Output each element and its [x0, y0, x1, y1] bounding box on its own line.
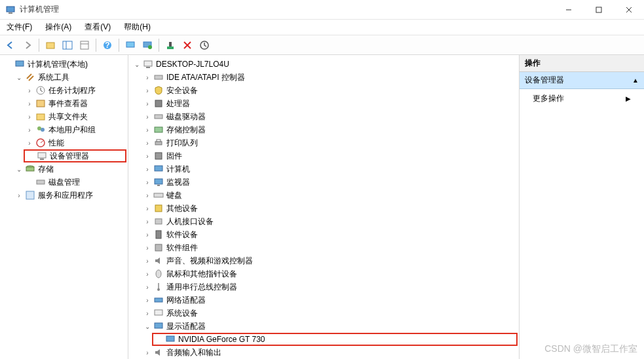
expander-icon[interactable]: › [143, 112, 152, 121]
expander-icon[interactable]: › [143, 191, 152, 200]
expander-icon[interactable]: › [143, 243, 152, 252]
expander-icon[interactable]: › [143, 256, 152, 265]
device-category[interactable]: ›固件 [142, 149, 518, 162]
menu-view[interactable]: 查看(V) [82, 20, 113, 34]
audio-icon [153, 347, 164, 358]
tree-services-apps[interactable]: ›服务和应用程序 [13, 189, 126, 202]
device-category[interactable]: ›监视器 [142, 176, 518, 189]
maximize-button[interactable] [584, 0, 614, 20]
tree-shared-folders[interactable]: ›共享文件夹 [24, 110, 126, 123]
device-category[interactable]: ›网络适配器 [142, 293, 518, 307]
device-display-adapters[interactable]: ⌄显示适配器 [142, 320, 518, 333]
tree-root[interactable]: 计算机管理(本地) [3, 58, 126, 71]
expander-icon[interactable]: › [143, 178, 152, 187]
expander-icon[interactable]: › [143, 309, 152, 318]
close-button[interactable] [614, 0, 644, 20]
category-icon [153, 203, 164, 214]
svg-rect-21 [16, 61, 24, 66]
svg-rect-49 [155, 219, 162, 224]
device-audio-io[interactable]: ›音频输入和输出 [142, 346, 518, 359]
device-category[interactable]: ›鼠标和其他指针设备 [142, 267, 518, 280]
device-category[interactable]: ›人机接口设备 [142, 215, 518, 228]
expander-icon[interactable]: › [143, 86, 152, 95]
tree-task-scheduler[interactable]: ›任务计划程序 [24, 84, 126, 97]
help-button[interactable]: ? [100, 37, 115, 53]
expander-icon[interactable]: › [14, 191, 24, 200]
device-category[interactable]: ›计算机 [142, 162, 518, 176]
properties-button[interactable] [77, 37, 92, 53]
expander-icon[interactable]: › [143, 217, 152, 226]
svg-rect-48 [155, 205, 162, 212]
expander-icon[interactable]: › [143, 269, 152, 278]
expander-icon[interactable]: › [25, 99, 34, 108]
menu-help[interactable]: 帮助(H) [121, 20, 153, 34]
device-category[interactable]: ›声音、视频和游戏控制器 [142, 254, 518, 267]
device-category[interactable]: ›通用串行总线控制器 [142, 280, 518, 293]
expander-icon[interactable]: › [143, 151, 152, 161]
device-category[interactable]: ›IDE ATA/ATAPI 控制器 [142, 71, 518, 84]
expander-icon[interactable]: › [143, 282, 152, 292]
actions-more[interactable]: 更多操作 ▶ [520, 89, 644, 108]
device-category[interactable]: ›系统设备 [142, 307, 518, 320]
expander-icon[interactable]: ⌄ [14, 164, 24, 174]
back-button[interactable] [3, 37, 18, 53]
uninstall-device-button[interactable] [162, 37, 178, 53]
scan-hardware-button[interactable] [123, 37, 138, 53]
update-driver-button[interactable] [140, 37, 155, 53]
expander-icon[interactable]: › [143, 230, 152, 239]
device-category[interactable]: ›键盘 [142, 189, 518, 202]
enable-device-button[interactable] [197, 37, 212, 53]
expander-icon[interactable]: ⌄ [143, 322, 152, 331]
minimize-button[interactable] [554, 0, 584, 20]
gpu-icon [165, 334, 176, 345]
expander-icon[interactable]: › [143, 204, 152, 213]
device-category[interactable]: ›软件设备 [142, 228, 518, 241]
expander-icon[interactable]: › [25, 125, 34, 134]
perf-icon [35, 138, 46, 148]
show-hide-tree-button[interactable] [60, 37, 75, 53]
tree-storage[interactable]: ⌄ 存储 [13, 162, 126, 176]
device-category[interactable]: ›其他设备 [142, 202, 518, 215]
expander-icon[interactable]: › [143, 348, 152, 357]
device-category[interactable]: ›存储控制器 [142, 123, 518, 136]
expander-icon[interactable]: › [143, 164, 152, 174]
up-button[interactable] [43, 37, 58, 53]
device-category[interactable]: ›软件组件 [142, 241, 518, 254]
expander-icon[interactable]: ⌄ [132, 60, 142, 69]
left-tree[interactable]: 计算机管理(本地) ⌄ 系统工具 ›任务计划程序 ›事件查看器 ›共享文件夹 [0, 55, 128, 359]
menu-file[interactable]: 文件(F) [4, 20, 35, 34]
device-gpu[interactable]: NVIDIA GeForce GT 730 [152, 333, 518, 346]
tree-device-manager[interactable]: 设备管理器 [24, 149, 126, 162]
tree-disk-management[interactable]: 磁盘管理 [24, 176, 126, 189]
device-category[interactable]: ›安全设备 [142, 84, 518, 97]
tree-performance[interactable]: ›性能 [24, 136, 126, 149]
tree-system-tools[interactable]: ⌄ 系统工具 [13, 71, 126, 84]
expander-icon[interactable]: › [143, 99, 152, 108]
tree-label: NVIDIA GeForce GT 730 [178, 335, 265, 344]
tree-label: 键盘 [166, 190, 182, 201]
expander-icon[interactable]: › [143, 73, 152, 82]
category-icon [153, 190, 164, 200]
expander-icon[interactable]: › [143, 295, 152, 305]
actions-section[interactable]: 设备管理器 ▲ [520, 72, 644, 89]
expander-icon[interactable]: ⌄ [14, 73, 24, 82]
menu-action[interactable]: 操作(A) [43, 20, 74, 34]
tree-event-viewer[interactable]: ›事件查看器 [24, 97, 126, 110]
svg-rect-45 [155, 179, 162, 184]
device-category[interactable]: ›磁盘驱动器 [142, 110, 518, 123]
category-icon [153, 72, 164, 83]
expander-icon[interactable]: › [25, 138, 34, 147]
device-category[interactable]: ›处理器 [142, 97, 518, 110]
svg-point-26 [41, 128, 45, 132]
expander-icon[interactable]: › [25, 112, 34, 121]
tree-local-users[interactable]: ›本地用户和组 [24, 123, 126, 136]
device-tree[interactable]: ⌄ DESKTOP-JL7LO4U ›IDE ATA/ATAPI 控制器›安全设… [128, 55, 520, 359]
expander-icon[interactable]: › [143, 138, 152, 147]
disable-device-button[interactable] [180, 37, 195, 53]
expander-icon[interactable]: › [143, 125, 152, 134]
device-category[interactable]: ›打印队列 [142, 136, 518, 149]
expander-icon[interactable]: › [25, 86, 34, 95]
forward-button[interactable] [20, 37, 35, 53]
device-root[interactable]: ⌄ DESKTOP-JL7LO4U [131, 58, 518, 71]
collapse-icon[interactable]: ▲ [632, 77, 639, 84]
